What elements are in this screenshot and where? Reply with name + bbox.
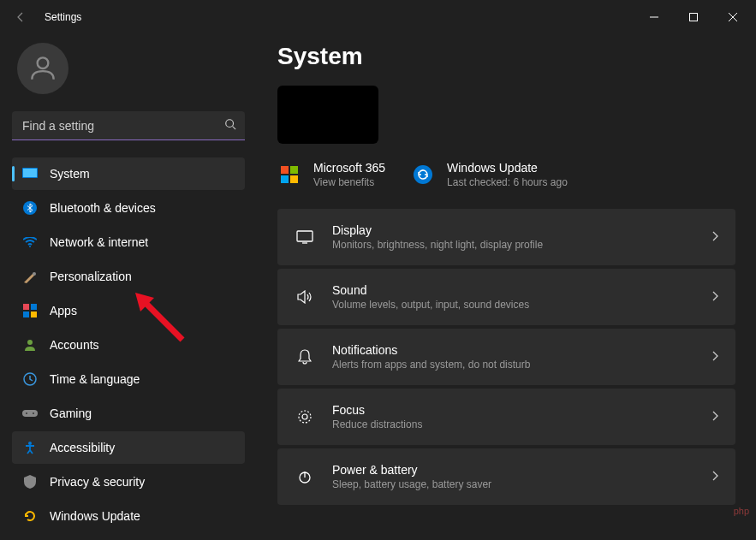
svg-point-15 [26, 412, 27, 414]
accessibility-icon [22, 440, 38, 455]
privacy-icon [22, 474, 38, 490]
sidebar-item-label: Gaming [50, 406, 92, 420]
svg-point-22 [414, 165, 432, 184]
maximize-button[interactable] [674, 3, 713, 31]
microsoft-365-link[interactable]: Microsoft 365 View benefits [277, 161, 385, 188]
setting-subtitle: Reduce distractions [332, 418, 694, 430]
info-title: Microsoft 365 [313, 161, 385, 175]
sidebar-item-privacy[interactable]: Privacy & security [12, 466, 245, 498]
sidebar-item-label: Accounts [50, 338, 99, 352]
close-button[interactable] [713, 3, 753, 31]
setting-title: Power & battery [332, 463, 694, 477]
maximize-icon [689, 13, 698, 21]
info-row: Microsoft 365 View benefits Windows Upda… [277, 161, 735, 188]
sidebar-item-label: Privacy & security [50, 475, 145, 489]
sidebar: System Bluetooth & devices Network & int… [0, 34, 257, 540]
user-icon [27, 52, 59, 85]
setting-power[interactable]: Power & battery Sleep, battery usage, ba… [277, 448, 735, 505]
svg-point-7 [33, 272, 36, 276]
info-subtitle: View benefits [313, 176, 385, 188]
svg-rect-4 [23, 169, 37, 177]
setting-title: Focus [332, 403, 694, 417]
svg-point-1 [38, 57, 49, 68]
chevron-right-icon [711, 349, 718, 365]
window-controls [634, 3, 753, 31]
sound-icon [295, 290, 315, 304]
sidebar-item-time[interactable]: Time & language [12, 363, 245, 395]
notifications-icon [295, 349, 315, 365]
sidebar-item-bluetooth[interactable]: Bluetooth & devices [12, 192, 245, 224]
sidebar-item-apps[interactable]: Apps [12, 294, 245, 327]
sidebar-item-label: Accessibility [50, 441, 115, 454]
setting-focus[interactable]: Focus Reduce distractions [277, 389, 735, 445]
sidebar-item-label: System [50, 167, 90, 181]
setting-title: Notifications [332, 343, 694, 357]
svg-rect-23 [297, 231, 313, 241]
svg-rect-9 [31, 304, 37, 310]
update-icon [22, 508, 38, 524]
sidebar-item-gaming[interactable]: Gaming [12, 397, 245, 430]
svg-rect-14 [22, 410, 38, 417]
accounts-icon [22, 337, 38, 353]
svg-point-6 [29, 246, 31, 247]
chevron-right-icon [711, 409, 718, 424]
display-icon [295, 230, 315, 244]
sidebar-item-accessibility[interactable]: Accessibility [12, 431, 245, 464]
sidebar-item-label: Bluetooth & devices [50, 201, 156, 215]
svg-rect-8 [23, 304, 29, 310]
windows-update-link[interactable]: Windows Update Last checked: 6 hours ago [411, 161, 568, 188]
settings-list: Display Monitors, brightness, night ligh… [277, 209, 735, 505]
focus-icon [295, 409, 315, 424]
chevron-right-icon [711, 229, 718, 245]
sidebar-item-personalization[interactable]: Personalization [12, 260, 245, 293]
setting-subtitle: Monitors, brightness, night light, displ… [332, 239, 694, 251]
svg-rect-0 [690, 14, 698, 21]
gaming-icon [22, 406, 38, 421]
sidebar-item-label: Network & internet [50, 235, 148, 249]
chevron-right-icon [711, 469, 718, 484]
windows-update-icon [411, 163, 435, 187]
system-icon [22, 166, 38, 181]
sidebar-item-update[interactable]: Windows Update [12, 500, 245, 532]
watermark: php [734, 506, 749, 516]
search-input[interactable] [12, 111, 245, 140]
sidebar-item-network[interactable]: Network & internet [12, 226, 245, 258]
setting-display[interactable]: Display Monitors, brightness, night ligh… [277, 209, 735, 265]
titlebar: Settings [0, 0, 756, 34]
window-title: Settings [45, 11, 81, 23]
svg-rect-11 [31, 312, 37, 317]
setting-title: Display [332, 223, 694, 237]
desktop-preview[interactable] [277, 86, 378, 144]
sidebar-item-label: Windows Update [50, 509, 140, 523]
personalization-icon [22, 269, 38, 284]
setting-subtitle: Alerts from apps and system, do not dist… [332, 359, 694, 371]
setting-sound[interactable]: Sound Volume levels, output, input, soun… [277, 269, 735, 325]
svg-rect-19 [290, 166, 298, 174]
sidebar-item-accounts[interactable]: Accounts [12, 329, 245, 361]
info-subtitle: Last checked: 6 hours ago [447, 176, 568, 188]
info-title: Windows Update [447, 161, 568, 175]
sidebar-item-system[interactable]: System [12, 157, 245, 190]
setting-subtitle: Sleep, battery usage, battery saver [332, 478, 694, 490]
minimize-button[interactable] [634, 3, 674, 31]
time-icon [22, 371, 38, 387]
svg-point-25 [302, 414, 307, 419]
setting-subtitle: Volume levels, output, input, sound devi… [332, 299, 694, 311]
svg-point-17 [28, 442, 32, 445]
sidebar-item-label: Personalization [50, 270, 132, 283]
svg-rect-18 [281, 166, 289, 174]
avatar[interactable] [17, 43, 68, 94]
search-icon [224, 118, 236, 134]
back-button[interactable] [3, 0, 38, 34]
bluetooth-icon [22, 200, 38, 216]
setting-notifications[interactable]: Notifications Alerts from apps and syste… [277, 329, 735, 385]
minimize-icon [650, 13, 658, 21]
svg-rect-10 [23, 312, 29, 317]
sidebar-item-label: Apps [50, 304, 77, 317]
apps-icon [22, 303, 38, 318]
search-box [12, 111, 245, 140]
svg-point-12 [27, 340, 33, 345]
svg-rect-21 [290, 175, 298, 183]
chevron-right-icon [711, 289, 718, 305]
main-content: System Microsoft 365 View benefits Windo… [257, 34, 756, 540]
